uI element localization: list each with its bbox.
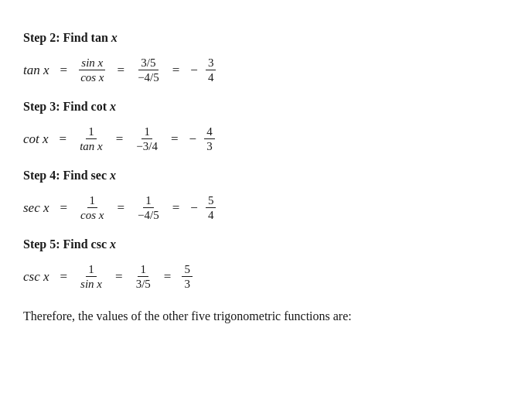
step3-heading: Step 3: Find cot x: [23, 100, 502, 114]
step4-heading: Step 4: Find sec x: [23, 169, 502, 183]
conclusion-text: Therefore, the values of the other five …: [23, 306, 502, 326]
step5-heading: Step 5: Find csc x: [23, 237, 502, 251]
step5-math: csc x = 1 sin x = 1 3/5 = 5 3: [23, 262, 502, 291]
step2-math: tan x = sin x cos x = 3/5 −4/5 = − 3 4: [23, 56, 502, 84]
step2-heading: Step 2: Find tan x: [23, 31, 502, 45]
step3-math: cot x = 1 tan x = 1 −3/4 = − 4 3: [23, 125, 502, 153]
step4-math: sec x = 1 cos x = 1 −4/5 = − 5 4: [23, 193, 502, 222]
